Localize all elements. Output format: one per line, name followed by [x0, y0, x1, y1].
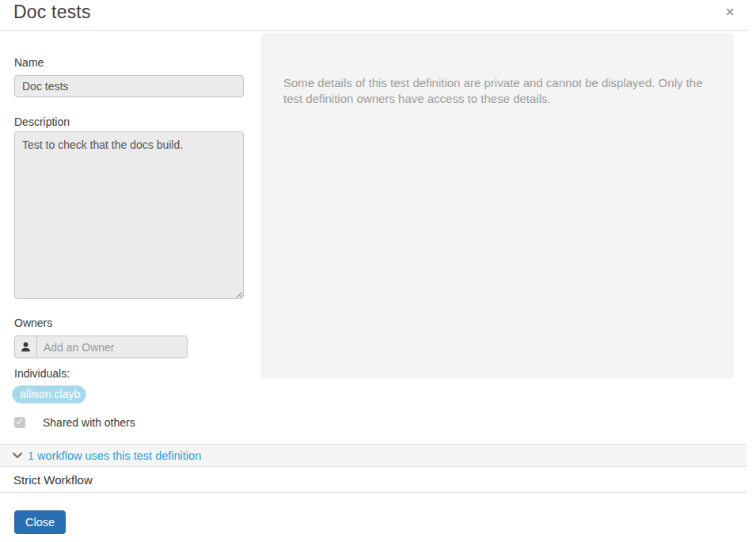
workflow-usage-header[interactable]: 1 workflow uses this test definition	[0, 444, 747, 467]
workflow-list-item[interactable]: Strict Workflow	[0, 467, 747, 493]
owner-tag[interactable]: allison.clayb	[12, 385, 86, 404]
add-owner-input[interactable]	[37, 336, 187, 358]
name-label: Name	[14, 56, 44, 69]
checkbox-checked-icon[interactable]	[14, 417, 25, 428]
person-icon	[15, 336, 37, 358]
workflow-usage-label: 1 workflow uses this test definition	[28, 449, 201, 462]
name-input[interactable]	[14, 75, 244, 97]
description-label: Description	[14, 116, 70, 128]
chevron-down-icon	[13, 453, 22, 459]
shared-with-others-label: Shared with others	[43, 416, 135, 429]
add-owner-group	[14, 335, 188, 358]
shared-with-others-row: Shared with others	[14, 416, 135, 429]
private-details-text: Some details of this test definition are…	[283, 75, 723, 107]
individuals-label: Individuals:	[14, 367, 70, 380]
close-icon[interactable]: ✕	[723, 5, 737, 19]
workflow-name: Strict Workflow	[13, 473, 93, 487]
close-button[interactable]: Close	[14, 510, 66, 534]
owners-label: Owners	[14, 316, 52, 329]
description-textarea[interactable]: Test to check that the docs build.	[14, 131, 244, 299]
title-divider	[0, 30, 748, 31]
page-title: Doc tests	[13, 2, 91, 23]
private-details-panel: Some details of this test definition are…	[260, 33, 734, 379]
